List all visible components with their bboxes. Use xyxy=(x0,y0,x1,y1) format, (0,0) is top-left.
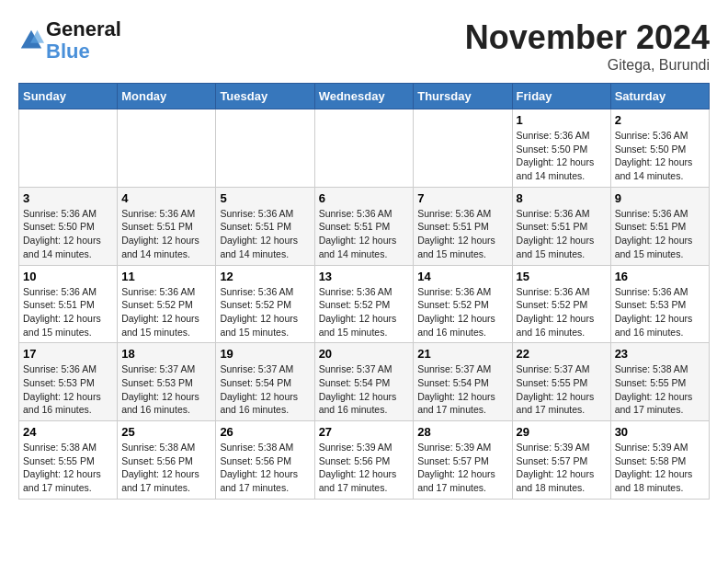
calendar-cell: 13Sunrise: 5:36 AM Sunset: 5:52 PM Dayli… xyxy=(314,265,414,343)
day-info: Sunrise: 5:36 AM Sunset: 5:50 PM Dayligh… xyxy=(517,129,607,183)
calendar-cell: 11Sunrise: 5:36 AM Sunset: 5:52 PM Dayli… xyxy=(118,265,216,343)
day-number: 6 xyxy=(319,191,410,205)
calendar-cell: 22Sunrise: 5:37 AM Sunset: 5:55 PM Dayli… xyxy=(512,343,610,421)
day-number: 5 xyxy=(220,191,310,205)
day-info: Sunrise: 5:38 AM Sunset: 5:55 PM Dayligh… xyxy=(23,441,113,495)
calendar-week-row: 3Sunrise: 5:36 AM Sunset: 5:50 PM Daylig… xyxy=(19,187,710,265)
day-info: Sunrise: 5:36 AM Sunset: 5:52 PM Dayligh… xyxy=(220,285,310,339)
calendar-week-row: 24Sunrise: 5:38 AM Sunset: 5:55 PM Dayli… xyxy=(19,421,710,500)
calendar-cell: 23Sunrise: 5:38 AM Sunset: 5:55 PM Dayli… xyxy=(610,343,709,421)
day-number: 9 xyxy=(615,191,705,205)
day-number: 28 xyxy=(417,425,507,439)
day-number: 18 xyxy=(121,347,211,361)
day-number: 20 xyxy=(319,347,410,361)
calendar-cell: 6Sunrise: 5:36 AM Sunset: 5:51 PM Daylig… xyxy=(314,187,414,265)
day-number: 4 xyxy=(121,191,211,205)
day-number: 27 xyxy=(319,425,410,439)
logo: General Blue xyxy=(18,18,121,63)
day-number: 13 xyxy=(319,270,410,283)
calendar-cell: 26Sunrise: 5:38 AM Sunset: 5:56 PM Dayli… xyxy=(216,421,314,500)
day-info: Sunrise: 5:37 AM Sunset: 5:53 PM Dayligh… xyxy=(121,362,211,417)
day-info: Sunrise: 5:36 AM Sunset: 5:52 PM Dayligh… xyxy=(417,285,507,339)
day-info: Sunrise: 5:37 AM Sunset: 5:54 PM Dayligh… xyxy=(319,362,410,417)
day-info: Sunrise: 5:36 AM Sunset: 5:53 PM Dayligh… xyxy=(23,362,113,417)
day-info: Sunrise: 5:36 AM Sunset: 5:53 PM Dayligh… xyxy=(615,285,705,339)
calendar-cell: 27Sunrise: 5:39 AM Sunset: 5:56 PM Dayli… xyxy=(314,421,414,500)
page-header: General Blue November 2024 Gitega, Burun… xyxy=(18,18,710,74)
day-info: Sunrise: 5:38 AM Sunset: 5:56 PM Dayligh… xyxy=(121,441,211,495)
calendar-cell: 2Sunrise: 5:36 AM Sunset: 5:50 PM Daylig… xyxy=(610,109,709,188)
calendar-cell: 3Sunrise: 5:36 AM Sunset: 5:50 PM Daylig… xyxy=(19,187,118,265)
day-info: Sunrise: 5:36 AM Sunset: 5:50 PM Dayligh… xyxy=(615,129,705,183)
day-number: 1 xyxy=(517,113,607,127)
day-number: 16 xyxy=(615,270,705,283)
header-day: Monday xyxy=(118,84,216,109)
day-number: 17 xyxy=(23,347,113,361)
day-number: 7 xyxy=(417,191,507,205)
day-info: Sunrise: 5:36 AM Sunset: 5:51 PM Dayligh… xyxy=(23,285,113,339)
calendar-cell xyxy=(314,109,414,188)
calendar-table: SundayMondayTuesdayWednesdayThursdayFrid… xyxy=(18,83,710,500)
calendar-week-row: 10Sunrise: 5:36 AM Sunset: 5:51 PM Dayli… xyxy=(19,265,710,343)
day-info: Sunrise: 5:36 AM Sunset: 5:51 PM Dayligh… xyxy=(121,207,211,261)
calendar-cell: 16Sunrise: 5:36 AM Sunset: 5:53 PM Dayli… xyxy=(610,265,709,343)
day-number: 21 xyxy=(417,347,507,361)
calendar-cell: 8Sunrise: 5:36 AM Sunset: 5:51 PM Daylig… xyxy=(512,187,610,265)
header-day: Sunday xyxy=(19,84,118,109)
day-number: 10 xyxy=(23,270,113,283)
header-day: Tuesday xyxy=(216,84,314,109)
day-info: Sunrise: 5:39 AM Sunset: 5:58 PM Dayligh… xyxy=(615,441,705,495)
calendar-cell: 1Sunrise: 5:36 AM Sunset: 5:50 PM Daylig… xyxy=(512,109,610,188)
day-number: 22 xyxy=(517,347,607,361)
day-number: 19 xyxy=(220,347,310,361)
day-number: 30 xyxy=(615,425,705,439)
day-info: Sunrise: 5:36 AM Sunset: 5:51 PM Dayligh… xyxy=(319,207,410,261)
calendar-body: 1Sunrise: 5:36 AM Sunset: 5:50 PM Daylig… xyxy=(19,109,710,500)
calendar-cell: 7Sunrise: 5:36 AM Sunset: 5:51 PM Daylig… xyxy=(414,187,512,265)
calendar-cell: 14Sunrise: 5:36 AM Sunset: 5:52 PM Dayli… xyxy=(414,265,512,343)
day-info: Sunrise: 5:36 AM Sunset: 5:50 PM Dayligh… xyxy=(23,207,113,261)
day-number: 14 xyxy=(417,270,507,283)
day-number: 25 xyxy=(121,425,211,439)
calendar-cell: 30Sunrise: 5:39 AM Sunset: 5:58 PM Dayli… xyxy=(610,421,709,500)
day-info: Sunrise: 5:36 AM Sunset: 5:51 PM Dayligh… xyxy=(417,207,507,261)
day-number: 2 xyxy=(615,113,705,127)
header-day: Saturday xyxy=(610,84,709,109)
day-info: Sunrise: 5:36 AM Sunset: 5:52 PM Dayligh… xyxy=(517,285,607,339)
calendar-cell: 29Sunrise: 5:39 AM Sunset: 5:57 PM Dayli… xyxy=(512,421,610,500)
calendar-cell: 25Sunrise: 5:38 AM Sunset: 5:56 PM Dayli… xyxy=(118,421,216,500)
day-info: Sunrise: 5:37 AM Sunset: 5:54 PM Dayligh… xyxy=(220,362,310,417)
day-info: Sunrise: 5:39 AM Sunset: 5:57 PM Dayligh… xyxy=(417,441,507,495)
day-info: Sunrise: 5:37 AM Sunset: 5:54 PM Dayligh… xyxy=(417,362,507,417)
header-day: Friday xyxy=(512,84,610,109)
calendar-cell: 4Sunrise: 5:36 AM Sunset: 5:51 PM Daylig… xyxy=(118,187,216,265)
calendar-cell xyxy=(118,109,216,188)
day-info: Sunrise: 5:36 AM Sunset: 5:52 PM Dayligh… xyxy=(121,285,211,339)
day-number: 8 xyxy=(517,191,607,205)
day-info: Sunrise: 5:38 AM Sunset: 5:56 PM Dayligh… xyxy=(220,441,310,495)
day-number: 23 xyxy=(615,347,705,361)
day-number: 29 xyxy=(517,425,607,439)
day-info: Sunrise: 5:39 AM Sunset: 5:57 PM Dayligh… xyxy=(517,441,607,495)
day-number: 15 xyxy=(517,270,607,283)
month-title: November 2024 xyxy=(465,18,710,57)
header-day: Thursday xyxy=(414,84,512,109)
day-info: Sunrise: 5:37 AM Sunset: 5:55 PM Dayligh… xyxy=(517,362,607,417)
day-info: Sunrise: 5:36 AM Sunset: 5:51 PM Dayligh… xyxy=(220,207,310,261)
day-number: 24 xyxy=(23,425,113,439)
calendar-cell: 21Sunrise: 5:37 AM Sunset: 5:54 PM Dayli… xyxy=(414,343,512,421)
day-number: 3 xyxy=(23,191,113,205)
title-block: November 2024 Gitega, Burundi xyxy=(465,18,710,74)
calendar-cell xyxy=(216,109,314,188)
calendar-cell: 18Sunrise: 5:37 AM Sunset: 5:53 PM Dayli… xyxy=(118,343,216,421)
logo-text: General Blue xyxy=(46,18,121,63)
calendar-cell: 19Sunrise: 5:37 AM Sunset: 5:54 PM Dayli… xyxy=(216,343,314,421)
calendar-header: SundayMondayTuesdayWednesdayThursdayFrid… xyxy=(19,84,710,109)
calendar-cell xyxy=(19,109,118,188)
calendar-cell: 15Sunrise: 5:36 AM Sunset: 5:52 PM Dayli… xyxy=(512,265,610,343)
header-row: SundayMondayTuesdayWednesdayThursdayFrid… xyxy=(19,84,710,109)
calendar-cell: 24Sunrise: 5:38 AM Sunset: 5:55 PM Dayli… xyxy=(19,421,118,500)
calendar-cell: 28Sunrise: 5:39 AM Sunset: 5:57 PM Dayli… xyxy=(414,421,512,500)
day-info: Sunrise: 5:38 AM Sunset: 5:55 PM Dayligh… xyxy=(615,362,705,417)
day-info: Sunrise: 5:36 AM Sunset: 5:51 PM Dayligh… xyxy=(615,207,705,261)
